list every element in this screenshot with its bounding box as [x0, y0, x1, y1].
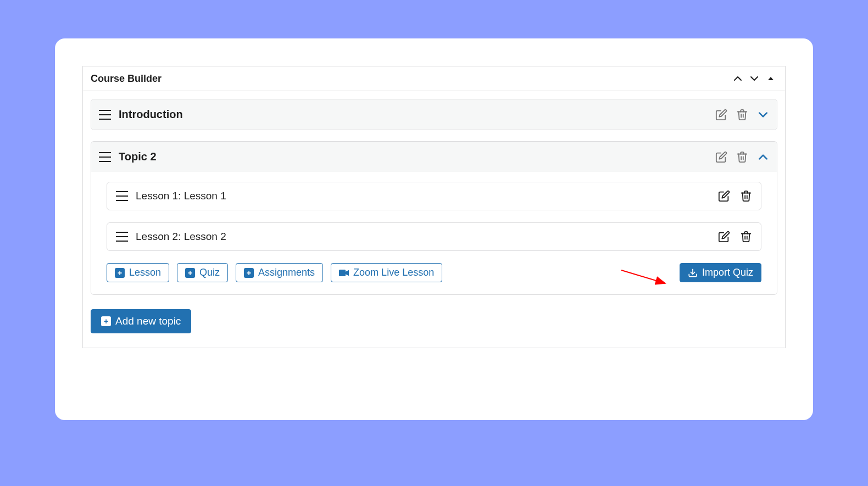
topic-actions: [715, 151, 769, 163]
plus-icon: +: [185, 268, 195, 278]
panel-header: Course Builder: [83, 66, 785, 91]
button-label: Quiz: [199, 267, 220, 278]
add-quiz-button[interactable]: + Quiz: [177, 263, 228, 282]
drag-handle-icon[interactable]: [116, 191, 128, 201]
topic-header[interactable]: Topic 2: [91, 142, 777, 172]
trash-icon[interactable]: [736, 151, 748, 163]
topic-header[interactable]: Introduction: [91, 99, 777, 130]
import-quiz-button[interactable]: Import Quiz: [680, 263, 761, 282]
lesson-row[interactable]: Lesson 1: Lesson 1: [107, 182, 761, 210]
course-builder-panel: Course Builder Introduction: [82, 66, 786, 348]
trash-icon[interactable]: [740, 231, 752, 243]
plus-icon: +: [244, 268, 254, 278]
content-buttons-row: + Lesson + Quiz + Assignments: [107, 263, 761, 282]
button-label: Zoom Live Lesson: [353, 267, 434, 278]
topic-actions: [715, 109, 769, 121]
plus-icon: +: [115, 268, 125, 278]
button-label: Add new topic: [115, 315, 181, 327]
edit-icon[interactable]: [715, 109, 727, 121]
edit-icon[interactable]: [718, 231, 730, 243]
spacer: [450, 272, 672, 273]
button-label: Assignments: [258, 267, 315, 278]
topic-title: Topic 2: [119, 150, 708, 163]
drag-handle-icon[interactable]: [116, 232, 128, 242]
lesson-actions: [718, 190, 752, 202]
drag-handle-icon[interactable]: [99, 152, 111, 162]
button-label: Lesson: [129, 267, 161, 278]
lesson-label: Lesson 1: Lesson 1: [136, 190, 710, 202]
topic-card: Topic 2: [91, 141, 777, 295]
chevron-up-icon[interactable]: [757, 151, 769, 163]
chevron-down-icon[interactable]: [757, 109, 769, 121]
panel-body: Introduction: [83, 91, 785, 348]
add-topic-container: + Add new topic: [91, 306, 777, 340]
add-zoom-lesson-button[interactable]: Zoom Live Lesson: [331, 263, 442, 282]
add-lesson-button[interactable]: + Lesson: [107, 263, 169, 282]
add-assignments-button[interactable]: + Assignments: [236, 263, 323, 282]
topic-title: Introduction: [119, 108, 708, 121]
drag-handle-icon[interactable]: [99, 110, 111, 120]
topic-card: Introduction: [91, 99, 777, 130]
panel-header-actions: [731, 72, 777, 85]
lesson-actions: [718, 231, 752, 243]
trash-icon[interactable]: [736, 109, 748, 121]
trash-icon[interactable]: [740, 190, 752, 202]
lesson-row[interactable]: Lesson 2: Lesson 2: [107, 222, 761, 251]
button-label: Import Quiz: [702, 267, 753, 278]
video-camera-icon: [339, 269, 349, 277]
svg-line-1: [621, 270, 665, 283]
panel-move-down-icon[interactable]: [748, 72, 761, 85]
edit-icon[interactable]: [715, 151, 727, 163]
panel-title: Course Builder: [91, 73, 162, 85]
arrow-annotation-icon: [620, 268, 670, 287]
add-new-topic-button[interactable]: + Add new topic: [91, 309, 191, 333]
panel-toggle-icon[interactable]: [764, 72, 777, 85]
topic-body: Lesson 1: Lesson 1 Lesson 2: Les: [91, 172, 777, 294]
edit-icon[interactable]: [718, 190, 730, 202]
card-container: Course Builder Introduction: [55, 38, 813, 420]
svg-rect-0: [339, 270, 346, 276]
plus-icon: +: [101, 316, 111, 326]
panel-move-up-icon[interactable]: [731, 72, 744, 85]
download-icon: [688, 268, 698, 278]
lesson-label: Lesson 2: Lesson 2: [136, 231, 710, 243]
